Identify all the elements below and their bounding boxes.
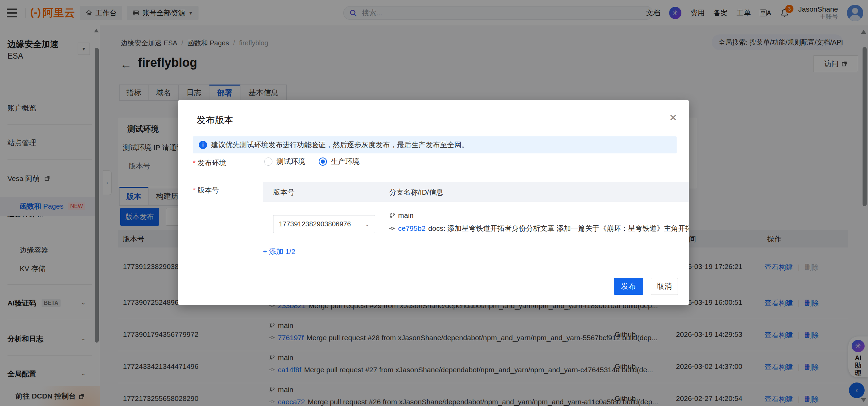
close-icon[interactable]: ✕ — [669, 113, 677, 123]
radio-checked-icon — [319, 157, 327, 166]
version-select[interactable]: 1773912382903806976 ⌄ — [273, 215, 375, 233]
env-radio-group: 测试环境 生产环境 — [264, 157, 360, 166]
git-branch-icon — [389, 212, 395, 219]
publish-button[interactable]: 发布 — [614, 278, 643, 295]
publish-version-modal: 发布版本 ✕ i 建议优先测试环境发布进行功能验证，然后逐步灰度发布，最后生产发… — [178, 100, 689, 305]
app-root: (-) 阿里云 工作台 账号全部资源 ▼ 文档 ✳ 费用 备案 工单 中A — [0, 0, 868, 406]
commit-message: docs: 添加星穹铁道开拓者身份分析文章 添加一篇关于《崩坏：星穹铁道》主角开… — [428, 224, 689, 233]
radio-label: 测试环境 — [277, 157, 305, 166]
commit-hash-link[interactable]: ce795b2 — [398, 224, 426, 232]
add-version-link[interactable]: + 添加 1/2 — [263, 247, 295, 256]
divider — [263, 241, 689, 241]
commit-icon — [389, 225, 395, 231]
radio-test-env[interactable]: 测试环境 — [264, 157, 305, 166]
info-icon: i — [199, 141, 207, 149]
col-version: 版本号 — [273, 187, 295, 197]
radio-prod-env[interactable]: 生产环境 — [319, 157, 360, 166]
info-banner: i 建议优先测试环境发布进行功能验证，然后逐步灰度发布，最后生产发布至全网。 — [193, 136, 677, 153]
radio-icon — [264, 157, 272, 166]
branch-info-cell: main ce795b2docs: 添加星穹铁道开拓者身份分析文章 添加一篇关于… — [389, 211, 689, 233]
modal-title: 发布版本 — [196, 114, 233, 126]
radio-label: 生产环境 — [331, 157, 360, 166]
version-label: 版本号 — [193, 185, 219, 195]
info-banner-text: 建议优先测试环境发布进行功能验证，然后逐步灰度发布，最后生产发布至全网。 — [211, 140, 469, 150]
branch-name: main — [398, 211, 414, 220]
modal-table-header: 版本号 分支名称/ID/信息 — [263, 182, 689, 202]
cancel-button[interactable]: 取消 — [651, 278, 678, 295]
chevron-down-icon: ⌄ — [365, 221, 369, 227]
selected-version: 1773912382903806976 — [279, 220, 351, 228]
col-branch-info: 分支名称/ID/信息 — [389, 187, 443, 197]
env-label: 发布环境 — [193, 158, 226, 168]
